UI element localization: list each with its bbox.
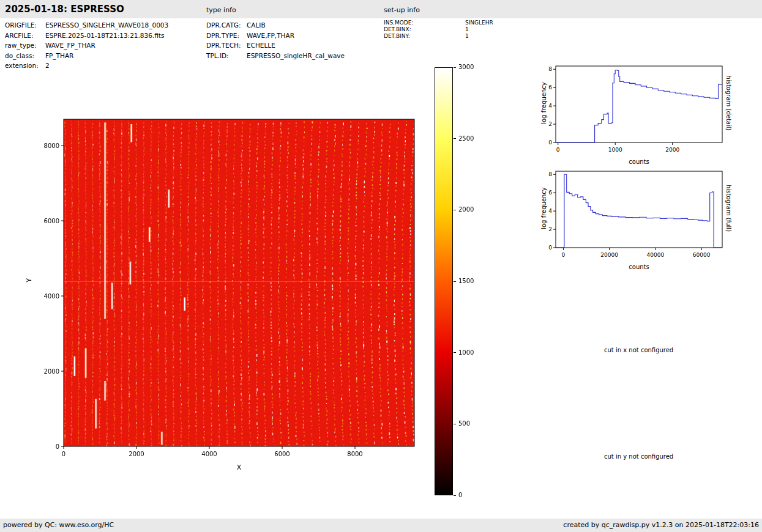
meta-label: extension: <box>5 61 45 71</box>
svg-text:8000: 8000 <box>347 451 362 457</box>
page-title: 2025-01-18: ESPRESSO <box>5 4 124 15</box>
setup-info-block: INS.MODE:SINGLEHR DET.BINX:1 DET.BINY:1 <box>384 20 493 40</box>
meta-row: DET.BINX:1 <box>384 26 493 33</box>
svg-text:4000: 4000 <box>44 293 59 300</box>
meta-label: raw_type: <box>5 40 45 51</box>
colorbar-tick <box>454 352 456 353</box>
meta-value: SINGLEHR <box>465 20 493 26</box>
svg-text:40000: 40000 <box>647 252 665 258</box>
svg-text:0: 0 <box>562 252 566 258</box>
meta-row: INS.MODE:SINGLEHR <box>384 20 493 26</box>
type-info-block: DPR.CATG:CALIB DPR.TYPE:WAVE,FP,THAR DPR… <box>206 20 345 61</box>
meta-label: DET.BINX: <box>384 26 465 33</box>
svg-text:4: 4 <box>548 103 552 109</box>
footer-credit: created by qc_rawdisp.py v1.2.3 on 2025-… <box>563 521 759 529</box>
meta-value: WAVE_FP_THAR <box>45 40 95 51</box>
histogram-detail-plot: 01000200002468 <box>526 58 734 171</box>
colorbar-tick-label: 0 <box>458 492 462 499</box>
histogram-detail-title: histogram (detail) <box>725 64 732 143</box>
colorbar-tick-label: 2000 <box>458 206 474 213</box>
svg-text:0: 0 <box>548 139 552 146</box>
svg-text:6000: 6000 <box>44 218 59 224</box>
colorbar-tick <box>454 67 456 68</box>
meta-row: DET.BINY:1 <box>384 33 493 40</box>
svg-text:0: 0 <box>556 147 560 153</box>
svg-text:6000: 6000 <box>274 451 289 457</box>
histogram-full-yaxis-label: log frequency <box>540 172 547 245</box>
qc-report-page: 2025-01-18: ESPRESSO type info set-up in… <box>0 0 762 532</box>
svg-text:2000: 2000 <box>129 451 144 457</box>
setup-info-heading: set-up info <box>384 6 420 14</box>
colorbar-tick <box>454 281 456 282</box>
svg-text:2: 2 <box>548 121 552 127</box>
meta-value: ESPRESSO_SINGLEHR_WAVE018_0003 <box>45 20 168 31</box>
histogram-detail-yaxis-label: log frequency <box>540 67 547 140</box>
svg-text:8000: 8000 <box>44 142 59 149</box>
meta-label: ORIGFILE: <box>5 20 45 31</box>
meta-value: 1 <box>465 26 469 33</box>
meta-row: TPL.ID:ESPRESSO_singleHR_cal_wave <box>206 51 345 61</box>
meta-value: ESPRE.2025-01-18T21:13:21.836.fits <box>45 31 164 41</box>
cut-y-message: cut in y not configured <box>604 453 673 460</box>
meta-value: WAVE,FP,THAR <box>247 31 294 41</box>
svg-text:2000: 2000 <box>665 147 679 153</box>
header-bar: 2025-01-18: ESPRESSO type info set-up in… <box>0 0 762 18</box>
meta-row: DPR.CATG:CALIB <box>206 20 345 31</box>
svg-text:0: 0 <box>62 451 65 457</box>
svg-text:8: 8 <box>548 66 552 72</box>
svg-text:2: 2 <box>548 226 552 232</box>
detector-yaxis-label: Y <box>25 278 33 283</box>
svg-text:1000: 1000 <box>608 147 622 153</box>
footer-bar: powered by QC: www.eso.org/HC created by… <box>0 519 762 532</box>
meta-label: ARCFILE: <box>5 31 45 41</box>
colorbar-tick-label: 1000 <box>458 349 474 357</box>
meta-label: TPL.ID: <box>206 51 247 61</box>
svg-text:6: 6 <box>548 190 552 196</box>
file-info-block: ORIGFILE:ESPRESSO_SINGLEHR_WAVE018_0003 … <box>5 20 168 71</box>
histogram-full-title: histogram (full) <box>725 169 732 248</box>
detector-image <box>64 119 414 446</box>
meta-row: do_class:FP_THAR <box>5 51 168 61</box>
svg-text:8: 8 <box>548 171 552 177</box>
meta-value: CALIB <box>247 20 266 31</box>
meta-label: DPR.CATG: <box>206 20 247 31</box>
meta-row: DPR.TECH:ECHELLE <box>206 40 345 51</box>
svg-text:0: 0 <box>548 245 552 251</box>
histogram-full-plot: 020000400006000002468 <box>526 163 734 276</box>
svg-text:2000: 2000 <box>44 368 59 375</box>
meta-value: ESPRESSO_singleHR_cal_wave <box>247 51 345 61</box>
svg-text:4000: 4000 <box>201 451 217 457</box>
meta-row: ARCFILE:ESPRE.2025-01-18T21:13:21.836.fi… <box>5 31 168 41</box>
meta-row: ORIGFILE:ESPRESSO_SINGLEHR_WAVE018_0003 <box>5 20 168 31</box>
svg-text:0: 0 <box>56 443 59 450</box>
svg-text:20000: 20000 <box>600 252 618 258</box>
colorbar-tick <box>454 210 456 210</box>
meta-label: INS.MODE: <box>384 20 465 26</box>
meta-label: DPR.TECH: <box>206 40 247 51</box>
meta-row: extension:2 <box>5 61 168 71</box>
footer-qc-link[interactable]: powered by QC: www.eso.org/HC <box>3 521 114 529</box>
detector-xaxis-label: X <box>64 464 414 471</box>
colorbar-tick <box>454 138 456 139</box>
cut-x-message: cut in x not configured <box>604 347 673 353</box>
meta-row: raw_type:WAVE_FP_THAR <box>5 40 168 51</box>
colorbar <box>435 67 453 495</box>
meta-row: DPR.TYPE:WAVE,FP,THAR <box>206 31 345 41</box>
colorbar-ticks: 050010001500200025003000 <box>453 0 496 532</box>
meta-label: do_class: <box>5 51 45 61</box>
type-info-heading: type info <box>206 6 236 14</box>
meta-label: DET.BINY: <box>384 33 465 40</box>
colorbar-tick-label: 1500 <box>458 278 474 285</box>
histogram-full-xaxis-label: counts <box>556 264 722 270</box>
meta-value: 1 <box>465 33 469 40</box>
colorbar-tick-label: 3000 <box>458 64 474 71</box>
colorbar-tick <box>454 424 456 424</box>
meta-value: 2 <box>45 61 50 71</box>
meta-value: FP_THAR <box>45 51 73 61</box>
colorbar-tick-label: 500 <box>458 420 470 427</box>
svg-text:4: 4 <box>548 208 552 214</box>
meta-value: ECHELLE <box>247 40 275 51</box>
svg-text:6: 6 <box>548 84 552 91</box>
meta-label: DPR.TYPE: <box>206 31 247 41</box>
colorbar-tick-label: 2500 <box>458 135 474 142</box>
